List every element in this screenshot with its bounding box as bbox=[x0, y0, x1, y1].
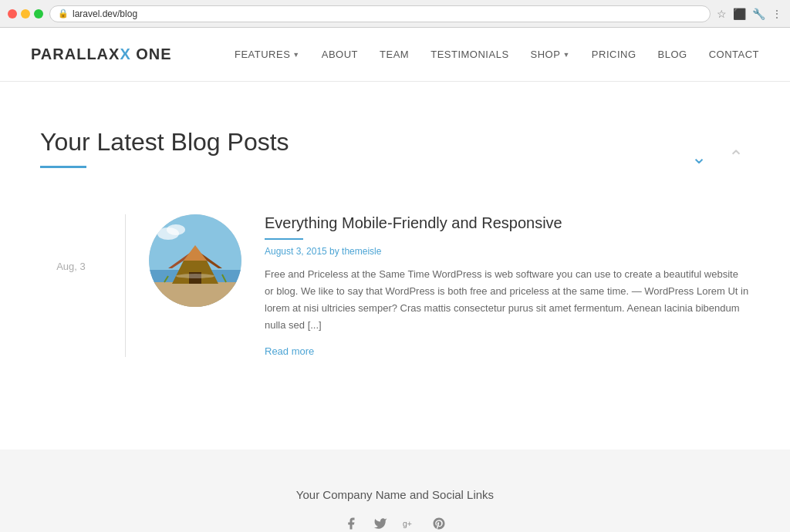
blog-title: Your Latest Blog Posts bbox=[40, 128, 289, 157]
post-divider bbox=[125, 214, 126, 357]
nav-menu: FEATURES ▼ ABOUT TEAM TESTIMONIALS SHOP … bbox=[235, 49, 759, 60]
footer-company-name: Your Company Name and Social Links bbox=[15, 488, 775, 501]
nav-blog[interactable]: BLOG bbox=[658, 49, 687, 60]
post-content: Everything Mobile-Friendly and Responsiv… bbox=[249, 214, 750, 357]
post-meta-date: August 3, 2015 bbox=[265, 246, 327, 257]
facebook-icon[interactable] bbox=[344, 517, 358, 532]
post-meta: August 3, 2015 by themeisle bbox=[265, 246, 750, 257]
navbar: PARALLAXX ONE FEATURES ▼ ABOUT TEAM TEST… bbox=[0, 28, 790, 82]
extensions-icon[interactable]: 🔧 bbox=[752, 8, 765, 20]
post-title: Everything Mobile-Friendly and Responsiv… bbox=[265, 214, 750, 232]
post-title-underline bbox=[265, 238, 303, 240]
browser-chrome: 🔒 laravel.dev/blog ☆ ⬛ 🔧 ⋮ bbox=[0, 0, 790, 28]
dot-fullscreen[interactable] bbox=[34, 9, 43, 19]
post-date: Aug, 3 bbox=[40, 214, 102, 272]
svg-point-10 bbox=[167, 224, 185, 235]
googleplus-icon[interactable]: g+ bbox=[403, 517, 417, 532]
menu-icon[interactable]: ⋮ bbox=[771, 8, 782, 20]
browser-toolbar: ☆ ⬛ 🔧 ⋮ bbox=[717, 8, 782, 20]
nav-about[interactable]: ABOUT bbox=[322, 49, 358, 60]
secure-icon: 🔒 bbox=[58, 8, 69, 19]
nav-pricing[interactable]: PRICING bbox=[592, 49, 636, 60]
svg-rect-3 bbox=[149, 282, 241, 307]
cast-icon[interactable]: ⬛ bbox=[733, 8, 746, 20]
svg-text:g+: g+ bbox=[403, 519, 412, 528]
svg-point-11 bbox=[176, 274, 214, 278]
browser-dots bbox=[8, 9, 43, 19]
shop-arrow-icon: ▼ bbox=[562, 51, 569, 59]
read-more-link[interactable]: Read more bbox=[265, 345, 314, 357]
url-text: laravel.dev/blog bbox=[73, 8, 137, 19]
nav-shop[interactable]: SHOP ▼ bbox=[531, 49, 570, 60]
blog-title-underline bbox=[40, 166, 86, 168]
blog-nav-arrows: ⌄ ⌃ bbox=[685, 143, 750, 171]
logo-one: ONE bbox=[131, 45, 172, 62]
next-arrow-button[interactable]: ⌃ bbox=[722, 143, 750, 171]
main-content: Your Latest Blog Posts ⌄ ⌃ Aug, 3 bbox=[9, 82, 781, 403]
post-image bbox=[149, 214, 241, 307]
blog-heading: Your Latest Blog Posts bbox=[40, 128, 289, 168]
nav-team[interactable]: TEAM bbox=[380, 49, 409, 60]
post-excerpt: Free and Priceless at the Same Time Word… bbox=[265, 266, 750, 334]
twitter-icon[interactable] bbox=[373, 517, 387, 532]
address-bar[interactable]: 🔒 laravel.dev/blog bbox=[49, 5, 711, 22]
post-meta-by: by bbox=[329, 246, 342, 257]
dot-close[interactable] bbox=[8, 9, 17, 19]
footer-social: g+ bbox=[15, 517, 775, 532]
nav-contact[interactable]: CONTACT bbox=[709, 49, 759, 60]
nav-testimonials[interactable]: TESTIMONIALS bbox=[430, 49, 508, 60]
logo-x: X bbox=[120, 45, 130, 62]
post-meta-author: themeisle bbox=[342, 246, 381, 257]
bookmark-icon[interactable]: ☆ bbox=[717, 8, 727, 20]
blog-post: Aug, 3 bbox=[40, 199, 750, 372]
logo[interactable]: PARALLAXX ONE bbox=[31, 45, 172, 63]
pinterest-icon[interactable] bbox=[432, 517, 446, 532]
nav-features[interactable]: FEATURES ▼ bbox=[235, 49, 300, 60]
prev-arrow-button[interactable]: ⌄ bbox=[685, 143, 713, 171]
features-arrow-icon: ▼ bbox=[292, 51, 299, 59]
dot-minimize[interactable] bbox=[21, 9, 30, 19]
logo-parallax: PARALLAX bbox=[31, 45, 120, 62]
footer: Your Company Name and Social Links g+ Pa… bbox=[0, 450, 790, 532]
post-image-col bbox=[149, 214, 249, 307]
